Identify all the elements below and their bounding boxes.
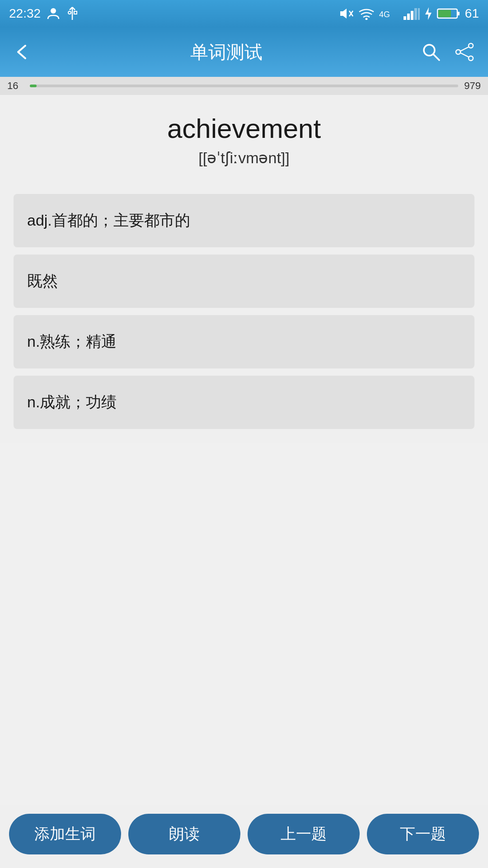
svg-marker-17 [425,7,432,20]
status-right: 4G 61 [338,6,479,21]
status-left: 22:32 [9,6,79,21]
svg-point-4 [68,11,71,14]
option-3[interactable]: n.熟练；精通 [14,315,474,368]
main-content: achievement [[əˈtʃiːvmənt]] adj.首都的；主要都市… [0,95,488,443]
progress-fill [30,85,37,87]
person-icon [46,6,61,21]
back-arrow-icon [14,43,32,61]
progress-container: 16 979 [0,77,488,95]
svg-rect-20 [438,10,451,17]
share-icon [455,42,474,62]
word-phonetic: [[əˈtʃiːvmənt]] [198,149,289,167]
back-button[interactable] [14,43,32,61]
progress-track [30,85,458,87]
svg-line-22 [433,54,439,60]
option-2[interactable]: 既然 [14,255,474,308]
read-button[interactable]: 朗读 [128,814,240,854]
svg-rect-15 [414,8,417,20]
svg-rect-12 [404,16,406,20]
svg-line-26 [460,47,469,51]
svg-marker-7 [340,9,347,19]
svg-point-24 [456,50,460,54]
battery-icon [437,7,460,20]
status-bar: 22:32 4G [0,0,488,27]
bottom-nav: 添加生词 朗读 上一题 下一题 [0,805,488,868]
status-time: 22:32 [9,6,41,21]
share-button[interactable] [455,42,474,62]
options-container: adj.首都的；主要都市的 既然 n.熟练；精通 n.成就；功绩 [14,194,474,429]
charging-icon [424,7,432,20]
next-button[interactable]: 下一题 [367,814,479,854]
mute-icon [338,7,354,20]
svg-rect-14 [411,11,413,20]
svg-line-27 [460,53,469,57]
app-bar-title: 单词测试 [190,40,263,65]
svg-rect-16 [418,8,420,20]
word-text: achievement [167,113,321,144]
option-4[interactable]: n.成就；功绩 [14,376,474,429]
search-button[interactable] [421,42,441,62]
svg-rect-13 [407,14,410,20]
svg-point-0 [51,8,56,14]
progress-current: 16 [7,80,18,92]
svg-rect-5 [74,11,77,14]
search-icon [421,42,441,62]
signal-4g-icon: 4G [379,7,399,20]
add-word-button[interactable]: 添加生词 [9,814,121,854]
prev-button[interactable]: 上一题 [248,814,360,854]
battery-percent: 61 [465,6,479,21]
svg-point-23 [469,43,473,48]
app-bar: 单词测试 [0,27,488,77]
wifi-icon [358,7,375,20]
signal-bars-icon [404,7,420,20]
svg-text:4G: 4G [379,10,390,19]
svg-point-25 [469,56,473,61]
progress-total: 979 [464,80,481,92]
svg-point-10 [365,18,367,20]
svg-rect-19 [457,12,460,15]
app-bar-actions [421,42,474,62]
usb-icon [66,6,79,21]
option-1[interactable]: adj.首都的；主要都市的 [14,194,474,247]
